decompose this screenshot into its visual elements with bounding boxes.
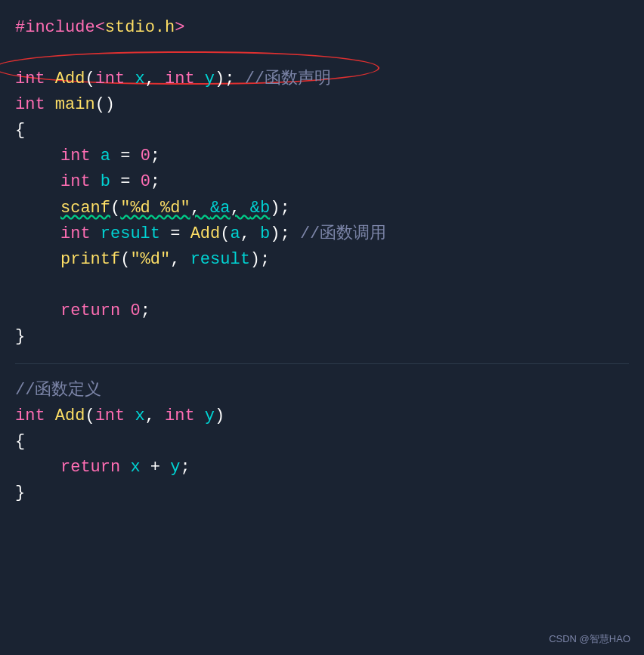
- param-y-def: y: [205, 403, 215, 429]
- paren-scanf-close: ): [270, 196, 280, 221]
- kw-int-b: int: [60, 169, 101, 195]
- paren-printf-open: (: [120, 247, 130, 273]
- comma-printf: ,: [170, 247, 190, 273]
- paren-def-2: ): [215, 403, 224, 429]
- num-0-return: 0: [130, 298, 140, 324]
- var-a: a: [101, 144, 110, 169]
- semi-result: ;: [280, 221, 299, 247]
- line-printf: printf("%d", result);: [15, 247, 629, 273]
- line-comment-def: //函数定义: [15, 378, 629, 403]
- code-container: #include<stdio.h> int Add(int x, int y);…: [0, 0, 644, 655]
- comma-scanf-2: ,: [230, 196, 249, 221]
- brace-open-def: {: [15, 429, 25, 455]
- semi-a: ;: [150, 144, 160, 169]
- line-int-a: int a = 0;: [15, 144, 629, 169]
- line-scanf: scanf("%d %d", &a, &b);: [15, 196, 629, 221]
- line-int-b: int b = 0;: [15, 169, 629, 195]
- comma-def: ,: [145, 403, 165, 429]
- include-bracket-close: >: [175, 15, 184, 41]
- comment-decl: //函数声明: [245, 66, 331, 92]
- num-0-a: 0: [141, 144, 150, 169]
- str-format: "%d %d": [120, 196, 190, 221]
- param-x-def: x: [135, 403, 144, 429]
- line-include: #include<stdio.h>: [15, 15, 629, 41]
- ref-a: &a: [210, 196, 230, 221]
- paren-printf-close: ): [250, 247, 260, 273]
- paren-1: (: [85, 66, 94, 92]
- comma-1: ,: [145, 66, 165, 92]
- line-func-def: int Add(int x, int y): [15, 403, 629, 429]
- include-file: stdio.h: [105, 15, 175, 41]
- brace-close-def: }: [15, 480, 25, 506]
- semi-b: ;: [150, 169, 160, 195]
- semi-return-def: ;: [180, 455, 190, 480]
- semi-return: ;: [141, 298, 150, 324]
- paren-main: (): [95, 92, 115, 118]
- empty-line-1: [15, 41, 629, 66]
- comment-def: //函数定义: [15, 378, 101, 403]
- semicolon-decl: ;: [224, 66, 244, 92]
- line-func-decl: int Add(int x, int y); //函数声明: [15, 66, 629, 92]
- line-main: int main(): [15, 92, 629, 118]
- semi-scanf: ;: [280, 196, 289, 221]
- line-brace-open-def: {: [15, 429, 629, 455]
- kw-int-a: int: [60, 144, 101, 169]
- comment-call: //函数调用: [300, 221, 386, 247]
- eq-b: =: [110, 169, 141, 195]
- paren-scanf-open: (: [110, 196, 120, 221]
- code-block: #include<stdio.h> int Add(int x, int y);…: [15, 15, 629, 507]
- ref-b: &b: [250, 196, 270, 221]
- line-return-def: return x + y;: [15, 455, 629, 480]
- line-return-main: return 0;: [15, 298, 629, 324]
- num-0-b: 0: [141, 169, 150, 195]
- kw-int-1: int: [15, 66, 55, 92]
- arg-b: b: [260, 221, 270, 247]
- fn-scanf: scanf: [60, 196, 110, 221]
- param-x-1: x: [135, 66, 144, 92]
- fn-printf: printf: [60, 247, 120, 273]
- preprocessor-hash: #include: [15, 15, 95, 41]
- eq-a: =: [110, 144, 141, 169]
- line-brace-open-main: {: [15, 118, 629, 144]
- kw-return-main: return: [60, 298, 130, 324]
- paren-2: ): [215, 66, 224, 92]
- str-printf: "%d": [130, 247, 170, 273]
- var-x-ret: x: [130, 455, 140, 480]
- kw-int-2: int: [95, 66, 135, 92]
- kw-int-main: int: [15, 92, 55, 118]
- comma-add: ,: [240, 221, 260, 247]
- paren-def-1: (: [85, 403, 94, 429]
- fn-main: main: [55, 92, 95, 118]
- paren-add-close: ): [270, 221, 280, 247]
- kw-return-def: return: [60, 455, 130, 480]
- var-result: result: [101, 221, 160, 247]
- paren-add-open: (: [220, 221, 230, 247]
- semi-printf: ;: [260, 247, 270, 273]
- var-y-ret: y: [170, 455, 180, 480]
- separator: [15, 363, 629, 364]
- brace-open-main: {: [15, 118, 25, 144]
- watermark: CSDN @智慧HAO: [549, 632, 630, 646]
- plus: +: [141, 455, 171, 480]
- eq-result: =: [160, 221, 190, 247]
- line-brace-close-main: }: [15, 324, 629, 350]
- fn-add-def: Add: [55, 403, 85, 429]
- kw-int-def-x: int: [95, 403, 135, 429]
- arg-result: result: [190, 247, 250, 273]
- kw-int-def-y: int: [165, 403, 205, 429]
- kw-int-result: int: [60, 221, 101, 247]
- fn-add-decl: Add: [55, 66, 85, 92]
- include-bracket-open: <: [95, 15, 105, 41]
- brace-close-main: }: [15, 324, 25, 350]
- fn-add-call: Add: [190, 221, 221, 247]
- line-brace-close-def: }: [15, 480, 629, 506]
- kw-int-3: int: [165, 66, 205, 92]
- line-result: int result = Add(a, b); //函数调用: [15, 221, 629, 247]
- empty-line-2: [15, 273, 629, 298]
- comma-scanf-1: ,: [190, 196, 210, 221]
- var-b: b: [101, 169, 110, 195]
- arg-a: a: [230, 221, 240, 247]
- kw-int-def: int: [15, 403, 55, 429]
- param-y-1: y: [205, 66, 215, 92]
